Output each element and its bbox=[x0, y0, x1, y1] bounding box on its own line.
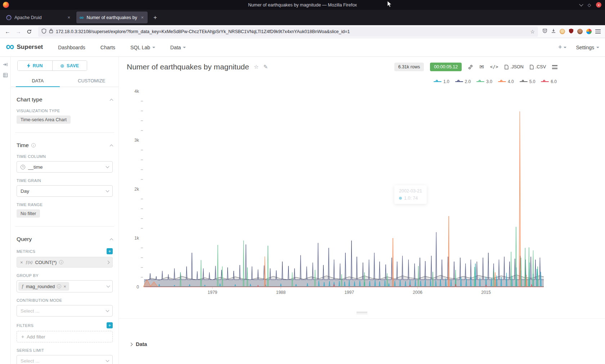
remove-group-by-icon[interactable] bbox=[63, 284, 66, 289]
reload-button[interactable] bbox=[24, 27, 34, 36]
lock-icon[interactable] bbox=[49, 28, 53, 35]
settings-menu[interactable]: Settings bbox=[576, 45, 599, 50]
run-button[interactable]: RUN bbox=[18, 61, 52, 70]
svg-text:1979: 1979 bbox=[208, 290, 218, 295]
chart-title: Numer of earthquakes by magnitude bbox=[127, 63, 249, 71]
time-grain-select[interactable]: Day bbox=[17, 185, 113, 197]
save-button[interactable]: SAVE bbox=[52, 61, 87, 70]
tab-customize[interactable]: CUSTOMIZE bbox=[65, 74, 119, 87]
legend-item-6.0[interactable]: 6.0 bbox=[541, 79, 557, 84]
browser-tab-apache-druid[interactable]: Apache Druid × bbox=[3, 12, 74, 23]
downloads-icon[interactable] bbox=[551, 28, 556, 35]
time-column-label: TIME COLUMN bbox=[17, 154, 113, 159]
file-icon bbox=[505, 65, 508, 69]
legend-item-5.0[interactable]: 5.0 bbox=[520, 79, 535, 84]
window-maximize-icon[interactable]: ◇ bbox=[588, 3, 591, 7]
nav-charts[interactable]: Charts bbox=[100, 45, 115, 50]
remove-metric-icon[interactable] bbox=[20, 260, 23, 265]
expand-panel-icon[interactable] bbox=[3, 62, 8, 68]
tracking-shield-icon[interactable] bbox=[41, 28, 46, 35]
tab-close-icon[interactable]: × bbox=[67, 15, 71, 20]
forward-button[interactable]: → bbox=[14, 27, 23, 36]
time-grain-label: TIME GRAIN bbox=[17, 178, 113, 183]
section-time[interactable]: Time bbox=[17, 142, 113, 149]
section-chart-type[interactable]: Chart type bbox=[17, 96, 113, 103]
privacy-badger-extension-icon[interactable] bbox=[560, 29, 565, 34]
dataset-grid-icon[interactable] bbox=[3, 73, 8, 79]
embed-code-icon[interactable] bbox=[490, 64, 498, 69]
export-csv-button[interactable]: .CSV bbox=[530, 64, 546, 69]
firefox-menu-icon[interactable] bbox=[595, 29, 601, 33]
druid-favicon bbox=[6, 15, 12, 20]
time-range-label: TIME RANGE bbox=[17, 203, 113, 207]
clock-icon bbox=[21, 165, 25, 169]
new-item-button[interactable]: + bbox=[558, 44, 567, 51]
url-bar[interactable]: 172.18.0.3:32108/superset/explore/?form_… bbox=[38, 27, 538, 37]
chevron-down-icon bbox=[596, 47, 599, 48]
new-tab-button[interactable]: + bbox=[150, 13, 161, 23]
edit-properties-icon[interactable] bbox=[263, 64, 268, 70]
superset-favicon: ∞ bbox=[80, 15, 84, 21]
grip-icon bbox=[357, 312, 367, 313]
back-button[interactable]: ← bbox=[3, 27, 12, 36]
account-avatar-icon[interactable] bbox=[577, 29, 583, 34]
tooltip-date: 2002-03-21 bbox=[399, 188, 422, 194]
chevron-down-icon bbox=[183, 47, 186, 48]
tab-data[interactable]: DATA bbox=[11, 74, 65, 87]
superset-logo[interactable]: ∞ Superset bbox=[6, 43, 43, 51]
chevron-down-icon bbox=[106, 309, 109, 312]
chevron-down-icon bbox=[564, 47, 566, 48]
series-limit-label: SERIES LIMIT bbox=[17, 348, 113, 352]
share-link-icon[interactable] bbox=[468, 64, 473, 70]
superset-navbar: ∞ Superset Dashboards Charts SQL Lab Dat… bbox=[0, 38, 605, 57]
contribution-mode-select[interactable]: Select ... bbox=[17, 305, 113, 317]
panel-resize-handle[interactable] bbox=[119, 310, 605, 316]
tab-close-icon[interactable]: × bbox=[140, 15, 144, 20]
window-close-icon[interactable]: × bbox=[596, 2, 601, 8]
extension-pinwheel-icon[interactable] bbox=[586, 29, 592, 34]
chevron-up-icon[interactable] bbox=[110, 99, 113, 102]
row-count-badge: 6.31k rows bbox=[394, 63, 424, 71]
section-query[interactable]: Query bbox=[17, 236, 113, 242]
metric-item[interactable]: ƒ(x) COUNT(*) bbox=[17, 257, 113, 268]
export-json-button[interactable]: .JSON bbox=[505, 64, 524, 69]
email-report-icon[interactable] bbox=[479, 64, 484, 70]
group-by-select[interactable]: ƒ mag_rounded bbox=[17, 280, 113, 292]
nav-data[interactable]: Data bbox=[170, 45, 186, 50]
chevron-up-icon[interactable] bbox=[110, 238, 113, 242]
function-icon: ƒ(x) bbox=[26, 260, 33, 264]
time-column-select[interactable]: __time bbox=[17, 161, 113, 173]
legend-item-1.0[interactable]: 1.0 bbox=[434, 79, 449, 84]
expand-metric-icon[interactable] bbox=[106, 260, 110, 264]
pocket-icon[interactable] bbox=[542, 28, 547, 35]
url-input[interactable]: 172.18.0.3:32108/superset/explore/?form_… bbox=[56, 29, 528, 34]
bookmark-star-icon[interactable] bbox=[530, 29, 535, 35]
chart-panel: Numer of earthquakes by magnitude 6.31k … bbox=[119, 57, 605, 364]
chevron-right-icon bbox=[129, 342, 133, 346]
legend-item-2.0[interactable]: 2.0 bbox=[455, 79, 471, 84]
window-minimize-icon[interactable] bbox=[579, 2, 583, 6]
legend-item-4.0[interactable]: 4.0 bbox=[498, 79, 514, 84]
group-by-tag[interactable]: ƒ mag_rounded bbox=[18, 282, 69, 291]
browser-tabbar: Apache Druid × ∞ Numer of earthquakes by… bbox=[0, 10, 605, 25]
browser-tab-earthquakes[interactable]: ∞ Numer of earthquakes by × bbox=[76, 12, 148, 23]
ublock-extension-icon[interactable] bbox=[569, 28, 574, 35]
svg-text:0: 0 bbox=[136, 285, 139, 290]
timeseries-area-chart[interactable]: 01k2k3k4k19791988199720062015 bbox=[119, 88, 605, 317]
time-range-tag[interactable]: No filter bbox=[17, 209, 40, 218]
legend-item-3.0[interactable]: 3.0 bbox=[476, 79, 492, 84]
data-section-toggle[interactable]: Data bbox=[119, 318, 605, 364]
chevron-up-icon[interactable] bbox=[110, 144, 113, 148]
add-filter-dropzone[interactable]: Add filter bbox=[17, 331, 113, 342]
favorite-star-icon[interactable] bbox=[254, 64, 259, 70]
add-filter-button[interactable] bbox=[107, 322, 113, 328]
nav-dashboards[interactable]: Dashboards bbox=[58, 45, 85, 50]
add-metric-button[interactable] bbox=[107, 248, 113, 254]
query-timer-badge: 00:00:05.12 bbox=[430, 63, 462, 71]
svg-text:4k: 4k bbox=[134, 89, 139, 94]
series-limit-select[interactable]: Select ... bbox=[17, 355, 113, 364]
nav-sql-lab[interactable]: SQL Lab bbox=[130, 45, 155, 50]
datasource-rail bbox=[0, 57, 11, 364]
viz-type-tag[interactable]: Time-series Area Chart bbox=[17, 115, 71, 124]
chart-menu-icon[interactable] bbox=[552, 65, 557, 69]
